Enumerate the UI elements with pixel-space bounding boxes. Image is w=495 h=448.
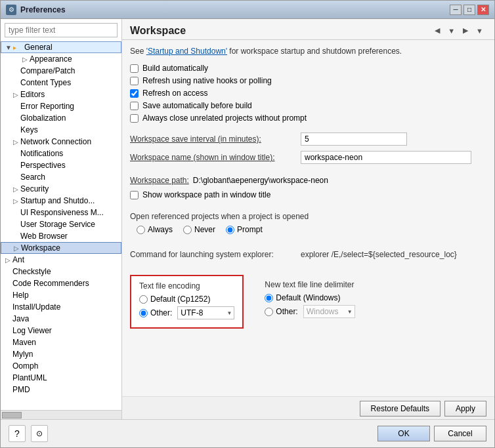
expand-icon — [3, 375, 12, 382]
radio-always: Always — [137, 225, 173, 234]
encoding-other-label: Other: — [150, 308, 172, 317]
tree-item-java[interactable]: Java — [1, 313, 121, 325]
radio-never-input[interactable] — [183, 226, 192, 234]
arrow-icon: ▷ — [20, 56, 30, 63]
panel-header: Workspace ◀ ▼ ▶ ▼ — [122, 19, 494, 40]
tree-label: Help — [12, 291, 29, 300]
tree-item-pmd[interactable]: PMD — [1, 384, 121, 396]
window-controls: ─ □ ✕ — [450, 5, 489, 15]
tree-item-code-recommenders[interactable]: Code Recommenders — [1, 277, 121, 289]
horizontal-scrollbar[interactable] — [1, 410, 121, 419]
encoding-other-select[interactable]: UTF-8 UTF-16 ISO-8859-1 US-ASCII — [177, 306, 234, 319]
tree-item-maven[interactable]: Maven — [1, 336, 121, 348]
forward-dropdown-button[interactable]: ▼ — [473, 25, 486, 37]
tree-item-security[interactable]: ▷ Security — [1, 183, 121, 195]
help-button[interactable]: ? — [9, 425, 26, 442]
back-button[interactable]: ◀ — [431, 24, 443, 37]
tree-label: Notifications — [20, 149, 63, 158]
expand-icon: ▷ — [3, 256, 12, 264]
tree-item-keys[interactable]: Keys — [1, 124, 121, 136]
show-path-checkbox[interactable] — [130, 191, 139, 199]
tree-item-checkstyle[interactable]: Checkstyle — [1, 266, 121, 277]
radio-prompt-input[interactable] — [226, 226, 234, 234]
newline-default-label: Default (Windows) — [276, 293, 340, 302]
expand-icon: ▷ — [11, 138, 20, 146]
tree-label: Java — [12, 314, 29, 323]
tree-label: Web Browser — [20, 232, 68, 241]
newline-default-row: Default (Windows) — [265, 293, 355, 302]
newline-other-select[interactable]: Windows Unix Mac OS X — [303, 305, 355, 318]
tree-item-ant[interactable]: ▷ Ant — [1, 254, 121, 266]
filter-input[interactable] — [5, 23, 118, 37]
expand-icon — [11, 127, 20, 134]
radio-always-input[interactable] — [137, 226, 145, 234]
expand-icon — [3, 268, 12, 275]
close-button[interactable]: ✕ — [477, 5, 489, 15]
build-auto-checkbox[interactable] — [130, 64, 139, 73]
encoding-default-radio[interactable] — [139, 295, 148, 304]
newline-default-radio[interactable] — [265, 294, 273, 302]
close-unrelated-checkbox[interactable] — [130, 114, 139, 123]
tree-item-content-types[interactable]: Content Types — [1, 77, 121, 89]
refresh-access-checkbox[interactable] — [130, 89, 139, 98]
tree-item-web-browser[interactable]: Web Browser — [1, 230, 121, 242]
radio-never: Never — [183, 225, 215, 234]
tree-item-startup[interactable]: ▷ Startup and Shutdo... — [1, 195, 121, 207]
scrollbar-thumb[interactable] — [2, 412, 22, 418]
tree-item-network[interactable]: ▷ Network Connection — [1, 136, 121, 148]
tree-label: PMD — [12, 385, 30, 394]
tree-item-ui-responsiveness[interactable]: UI Responsiveness M... — [1, 207, 121, 218]
forward-button[interactable]: ▶ — [460, 24, 471, 37]
save-interval-input[interactable] — [301, 132, 407, 146]
tree-item-editors[interactable]: ▷ Editors — [1, 89, 121, 100]
tree-item-general[interactable]: ▼ ▸ General — [1, 41, 121, 53]
tree-item-error-reporting[interactable]: Error Reporting — [1, 100, 121, 112]
ok-button[interactable]: OK — [377, 426, 430, 441]
expand-icon — [11, 150, 20, 157]
tree-item-plantuml[interactable]: PlantUML — [1, 372, 121, 384]
tree-item-globalization[interactable]: Globalization — [1, 112, 121, 124]
cancel-button[interactable]: Cancel — [434, 426, 486, 441]
tree-item-search[interactable]: Search — [1, 171, 121, 183]
tree-item-user-storage[interactable]: User Storage Service — [1, 218, 121, 230]
nav-buttons: ◀ ▼ ▶ ▼ — [431, 24, 486, 37]
apply-button[interactable]: Apply — [444, 401, 486, 417]
open-projects-label: Open referenced projects when a project … — [130, 212, 486, 221]
tree-item-install-update[interactable]: Install/Update — [1, 301, 121, 313]
left-panel: ▼ ▸ General ▷ Appearance Compare/Patch C… — [1, 19, 122, 419]
workspace-name-input[interactable] — [301, 151, 471, 164]
tree-item-perspectives[interactable]: Perspectives — [1, 159, 121, 171]
refresh-native-checkbox[interactable] — [130, 77, 139, 85]
panel-body: See 'Startup and Shutdown' for workspace… — [122, 40, 494, 396]
command-row: Command for launching system explorer: e… — [130, 250, 486, 259]
info-button[interactable]: ⊙ — [31, 425, 48, 442]
newline-box: New text file line delimiter Default (Wi… — [257, 275, 362, 329]
encoding-other-radio[interactable] — [139, 309, 148, 317]
tree-label: Appearance — [30, 54, 72, 64]
tree-item-log-viewer[interactable]: Log Viewer — [1, 325, 121, 336]
maximize-button[interactable]: □ — [463, 5, 475, 15]
tree-item-notifications[interactable]: Notifications — [1, 148, 121, 159]
back-dropdown-button[interactable]: ▼ — [444, 25, 458, 37]
expand-icon: ▷ — [12, 245, 21, 252]
tree-item-mylyn[interactable]: Mylyn — [1, 348, 121, 360]
save-auto-checkbox[interactable] — [130, 102, 139, 110]
tree-label: Code Recommenders — [12, 279, 89, 288]
workspace-name-row: Workspace name (shown in window title): — [130, 151, 486, 164]
tree-item-compare-patch[interactable]: Compare/Patch — [1, 65, 121, 77]
expand-icon — [3, 363, 12, 370]
expand-icon — [3, 386, 12, 394]
restore-defaults-button[interactable]: Restore Defaults — [360, 401, 441, 417]
folder-icon: ▸ — [13, 44, 22, 51]
startup-shutdown-link[interactable]: 'Startup and Shutdown' — [146, 47, 227, 56]
minimize-button[interactable]: ─ — [450, 5, 462, 15]
tree-item-workspace[interactable]: ▷ Workspace — [1, 242, 121, 254]
radio-prompt: Prompt — [226, 225, 263, 234]
expand-icon: ▷ — [11, 186, 20, 193]
tree-item-help[interactable]: Help — [1, 289, 121, 301]
expand-icon — [11, 221, 20, 228]
show-path-label: Show workspace path in window title — [142, 190, 270, 199]
newline-other-radio[interactable] — [265, 308, 273, 316]
tree-item-appearance[interactable]: ▷ Appearance — [1, 53, 121, 65]
tree-item-oomph[interactable]: Oomph — [1, 360, 121, 372]
